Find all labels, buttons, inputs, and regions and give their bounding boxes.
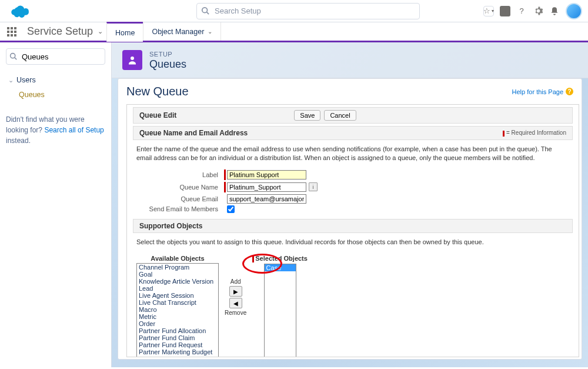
selected-objects-listbox[interactable]: Case bbox=[264, 264, 296, 357]
supported-objects-description: Select the objects you want to assign to… bbox=[133, 233, 573, 251]
help-for-page-link[interactable]: Help for this Page? bbox=[512, 88, 573, 95]
selected-objects-heading: Selected Objects bbox=[252, 255, 308, 262]
add-button[interactable]: ＋ bbox=[500, 6, 510, 16]
remove-button-picklist[interactable]: ◀ bbox=[229, 298, 242, 308]
list-item[interactable]: Lead bbox=[137, 285, 218, 292]
name-email-section-header: Queue Name and Email Address = Required … bbox=[133, 126, 573, 140]
queue-edit-header: Queue Edit Save Cancel bbox=[133, 107, 573, 124]
add-label: Add bbox=[230, 278, 241, 285]
label-input[interactable] bbox=[227, 170, 306, 179]
svg-line-3 bbox=[15, 58, 16, 59]
list-item[interactable]: Channel Program bbox=[137, 264, 218, 271]
list-item[interactable]: Partner Marketing Budget bbox=[137, 348, 218, 355]
global-search[interactable] bbox=[196, 3, 420, 19]
search-icon bbox=[201, 6, 209, 15]
add-button-picklist[interactable]: ▶ bbox=[229, 286, 242, 297]
list-item[interactable]: Partner Fund Allocation bbox=[137, 327, 218, 334]
list-item[interactable]: Quick Text bbox=[137, 355, 218, 357]
list-item[interactable]: Partner Fund Claim bbox=[137, 334, 218, 341]
svg-point-2 bbox=[11, 54, 15, 58]
salesforce-logo-icon bbox=[11, 4, 32, 18]
notifications-icon[interactable] bbox=[549, 6, 560, 16]
tab-home[interactable]: Home bbox=[106, 22, 143, 42]
list-item[interactable]: Live Agent Session bbox=[137, 292, 218, 299]
list-item[interactable]: Order bbox=[137, 320, 218, 327]
queue-name-label: Queue Name bbox=[133, 184, 224, 191]
send-email-checkbox[interactable] bbox=[227, 205, 235, 213]
list-item[interactable]: Macro bbox=[137, 306, 218, 313]
gear-icon[interactable] bbox=[533, 6, 543, 16]
svg-point-4 bbox=[131, 56, 134, 60]
sidebar-help-text: Didn't find what you were looking for? S… bbox=[6, 114, 105, 146]
sidebar-item-queues[interactable]: Queues bbox=[0, 87, 105, 102]
help-icon[interactable]: ? bbox=[516, 6, 527, 16]
search-all-setup-link[interactable]: Search all of Setup bbox=[44, 126, 103, 134]
send-email-label: Send Email to Members bbox=[133, 205, 224, 212]
label-field-label: Label bbox=[133, 171, 224, 178]
quick-find-input[interactable] bbox=[6, 48, 105, 65]
list-item[interactable]: Live Chat Transcript bbox=[137, 299, 218, 306]
setup-eyebrow: SETUP bbox=[149, 51, 172, 58]
list-item[interactable]: Metric bbox=[137, 313, 218, 320]
cancel-button[interactable]: Cancel bbox=[324, 110, 356, 121]
sidebar-item-users[interactable]: Users bbox=[6, 73, 105, 87]
save-button[interactable]: Save bbox=[294, 110, 320, 121]
app-launcher-icon[interactable] bbox=[0, 22, 24, 41]
remove-label: Remove bbox=[225, 310, 246, 316]
queue-name-input[interactable] bbox=[227, 182, 306, 192]
svg-point-0 bbox=[202, 7, 208, 12]
queue-email-label: Queue Email bbox=[133, 195, 224, 202]
queue-email-input[interactable] bbox=[227, 194, 306, 204]
list-item[interactable]: Case bbox=[265, 264, 296, 271]
app-name-switcher[interactable]: Service Setup⌄ bbox=[24, 22, 106, 41]
favorites-button[interactable]: ☆▾ bbox=[483, 6, 494, 16]
available-objects-heading: Available Objects bbox=[151, 255, 204, 262]
list-item[interactable]: Knowledge Article Version bbox=[137, 278, 218, 285]
search-icon bbox=[9, 52, 17, 60]
queues-header-icon bbox=[122, 50, 142, 70]
supported-objects-header: Supported Objects bbox=[133, 219, 573, 233]
list-item[interactable]: Partner Fund Request bbox=[137, 341, 218, 348]
list-item[interactable]: Goal bbox=[137, 271, 218, 278]
name-email-description: Enter the name of the queue and the emai… bbox=[133, 140, 573, 168]
available-objects-listbox[interactable]: Channel ProgramGoalKnowledge Article Ver… bbox=[136, 263, 219, 357]
svg-line-1 bbox=[207, 12, 209, 14]
quick-find[interactable] bbox=[6, 48, 105, 65]
setup-title: Queues bbox=[149, 58, 186, 71]
page-title: New Queue bbox=[126, 85, 189, 98]
queue-name-info-icon[interactable]: i bbox=[309, 182, 318, 191]
avatar[interactable] bbox=[566, 3, 582, 19]
tab-object-manager[interactable]: Object Manager⌄ bbox=[143, 22, 221, 41]
global-search-input[interactable] bbox=[196, 3, 420, 19]
